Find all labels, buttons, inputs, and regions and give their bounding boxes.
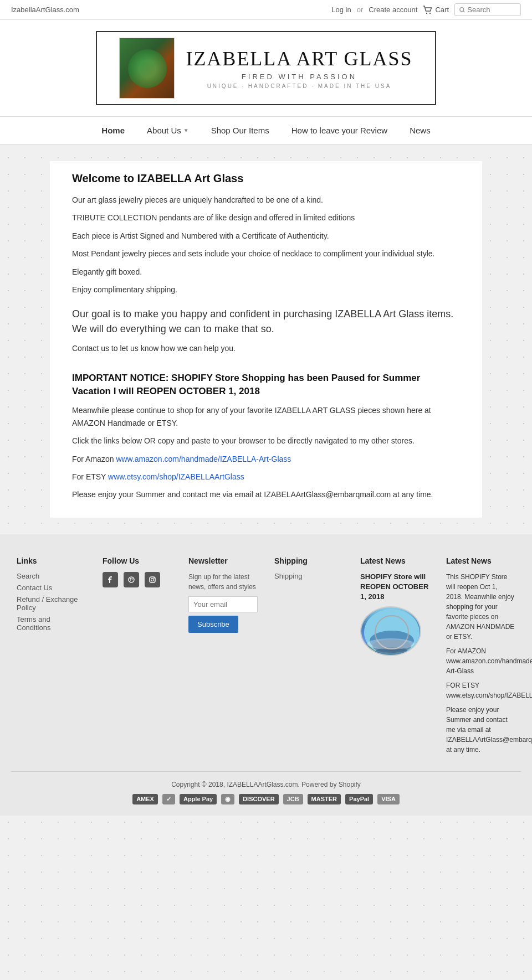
logo-tagline: UNIQUE · HANDCRAFTED · MADE IN THE USA [207,83,392,89]
site-footer: Links Search Contact Us Refund / Exchang… [0,534,532,816]
news-amazon: For AMAZON www.amazon.com/handmade/IZABE… [446,646,515,676]
cart-label: Cart [435,6,449,14]
subscribe-button[interactable]: Subscribe [188,616,238,633]
chevron-down-icon: ▼ [183,127,189,133]
footer-bottom: Copyright © 2018, IZABELLAArtGlass.com. … [11,771,521,804]
footer-link-refund[interactable]: Refund / Exchange Policy [17,595,86,612]
svg-point-0 [426,12,427,13]
para-2: TRIBUTE COLLECTION pendants are of like … [72,212,460,224]
amazon-link[interactable]: www.amazon.com/handmade/IZABELLA-Art-Gla… [116,455,291,463]
mastercard-icon: MASTER [308,794,341,804]
site-name: IzabellaArtGlass.com [11,6,79,14]
cart-icon [423,6,433,14]
contact-text: Contact us to let us know how we can hel… [72,342,460,354]
news-image [360,606,421,656]
para-1: Our art glass jewelry pieces are uniquel… [72,194,460,206]
newsletter-input[interactable] [188,596,258,612]
para-6: Enjoy complimentary shipping. [72,283,460,296]
main-content: Welcome to IZABELLA Art Glass Our art gl… [50,161,482,518]
nav-item-shop[interactable]: Shop Our Items [200,117,280,144]
footer-newsletter-col: Newsletter Sign up for the latest news, … [188,556,258,755]
etsy-link[interactable]: www.etsy.com/shop/IZABELLAArtGlass [108,472,244,481]
nav-review-label: How to leave your Review [291,126,387,135]
site-header: IZABELLA ART GLASS FIRED WITH PASSION UN… [0,20,532,116]
footer-link-contact[interactable]: Contact Us [17,584,86,592]
footer-shipping-col: Shipping Shipping [274,556,344,755]
main-nav: Home About Us ▼ Shop Our Items How to le… [0,116,532,145]
nav-item-review[interactable]: How to leave your Review [280,117,398,144]
payment-icons: AMEX ✓ Apple Pay ◉ DISCOVER JCB MASTER P… [11,794,521,804]
latest-news-title: Latest News [360,556,429,565]
top-bar: IzabellaArtGlass.com Log in or Create ac… [0,0,532,20]
apple-pay-icon: Apple Pay [180,794,217,804]
nav-home-label: Home [101,126,125,135]
footer-top: Links Search Contact Us Refund / Exchang… [17,556,515,755]
logo-image [119,38,175,99]
nav-news-label: News [410,126,431,135]
etsy-line: For ETSY www.etsy.com/shop/IZABELLAArtGl… [72,471,460,483]
footer-link-terms[interactable]: Terms and Conditions [17,615,86,632]
copyright: Copyright © 2018, IZABELLAArtGlass.com. … [11,781,521,788]
footer-follow-col: Follow Us P [103,556,172,755]
logo-subtitle: FIRED WITH PASSION [242,73,357,81]
header-inner: IZABELLA ART GLASS FIRED WITH PASSION UN… [96,31,436,105]
para-3: Each piece is Artist Signed and Numbered… [72,230,460,242]
news-etsy: FOR ETSY www.etsy.com/shop/IZABELLAArtGl… [446,680,515,700]
svg-point-12 [375,647,408,656]
cart-wrap[interactable]: Cart [423,6,449,14]
search-input[interactable] [467,6,516,14]
amex-icon: AMEX [132,794,158,804]
amazon-prefix: For Amazon [72,455,116,463]
nav-item-home[interactable]: Home [90,117,136,144]
login-link[interactable]: Log in [331,6,351,14]
footer-latest-news-col: Latest News SHOPIFY Store will REOPEN OC… [360,556,429,755]
nav-inner: Home About Us ▼ Shop Our Items How to le… [0,117,532,144]
svg-point-8 [154,577,155,579]
create-account-link[interactable]: Create account [369,6,417,14]
check-icon: ✓ [162,794,175,804]
newsletter-title: Newsletter [188,556,258,565]
nav-item-news[interactable]: News [398,117,442,144]
newsletter-text: Sign up for the latest news, offers and … [188,572,258,592]
jcb-icon: JCB [283,794,303,804]
search-icon [459,7,465,13]
click-text: Click the links below OR copy and paste … [72,435,460,447]
facebook-icon[interactable] [103,572,118,587]
svg-point-7 [151,578,154,581]
visa-icon: VISA [377,794,400,804]
etsy-prefix: For ETSY [72,472,108,481]
shipping-link[interactable]: Shipping [274,572,344,580]
pinterest-icon[interactable]: P [124,572,139,587]
follow-title: Follow Us [103,556,172,565]
svg-point-10 [370,631,414,651]
news-enjoy: Please enjoy your Summer and contact me … [446,705,515,755]
search-box[interactable] [454,3,521,16]
logo-title: IZABELLA ART GLASS [186,47,412,70]
welcome-title: Welcome to IZABELLA Art Glass [72,172,460,185]
footer-links-col: Links Search Contact Us Refund / Exchang… [17,556,86,755]
news-headline: SHOPIFY Store will REOPEN OCTOBER 1, 201… [360,572,429,602]
social-icons: P [103,572,172,587]
latest-news-title2: Latest News [446,556,515,565]
separator: or [357,6,364,14]
news-body: This SHOPIFY Store will reopen Oct 1, 20… [446,572,515,642]
svg-text:P: P [130,577,133,582]
notice-title: IMPORTANT NOTICE: SHOPIFY Store Shopping… [72,372,460,398]
paypal-icon: PayPal [345,794,373,804]
discover-icon: DISCOVER [239,794,278,804]
instagram-icon[interactable] [145,572,160,587]
enjoy-text: Please enjoy your Summer and contact me … [72,488,460,501]
meanwhile-text: Meanwhile please continue to shop for an… [72,404,460,429]
footer-link-search[interactable]: Search [17,572,86,580]
links-title: Links [17,556,86,565]
para-5: Elegantly gift boxed. [72,266,460,278]
nav-item-about[interactable]: About Us ▼ [136,117,200,144]
shipping-title: Shipping [274,556,344,565]
diners-icon: ◉ [221,794,234,804]
top-bar-right: Log in or Create account Cart [331,3,521,16]
svg-point-1 [429,12,431,13]
para-4: Most Pendant jewelry pieces and sets inc… [72,247,460,260]
goal-text: Our goal is to make you happy and confid… [72,307,460,337]
amazon-line: For Amazon www.amazon.com/handmade/IZABE… [72,453,460,465]
logo-text: IZABELLA ART GLASS FIRED WITH PASSION UN… [186,47,412,89]
